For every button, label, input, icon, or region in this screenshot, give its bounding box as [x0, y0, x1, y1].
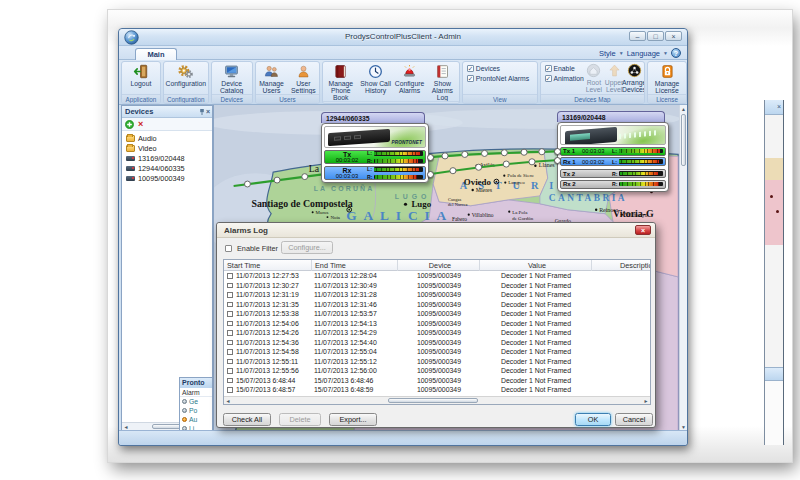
row-checkbox[interactable]: [227, 349, 233, 355]
tree-item-video[interactable]: Video: [126, 143, 212, 153]
row-checkbox[interactable]: [227, 311, 233, 317]
enable-filter-label: Enable Filter: [237, 244, 278, 253]
row-checkbox[interactable]: [227, 330, 233, 336]
language-menu[interactable]: Language: [627, 49, 660, 58]
column-description[interactable]: Description: [592, 260, 650, 271]
configure-button[interactable]: Configure...: [281, 241, 333, 254]
table-row[interactable]: 11/07/2013 12:55:11 11/07/2013 12:55:12 …: [224, 357, 650, 367]
export-button[interactable]: Export...: [329, 413, 377, 426]
table-row[interactable]: 11/07/2013 12:54:58 11/07/2013 12:55:04 …: [224, 347, 650, 357]
row-checkbox[interactable]: [227, 340, 233, 346]
tab-main[interactable]: Main: [135, 48, 177, 60]
map-vertical-scrollbar[interactable]: ▲▼: [679, 105, 687, 431]
row-checkbox[interactable]: [227, 292, 233, 298]
style-menu[interactable]: Style: [599, 49, 616, 58]
cancel-button[interactable]: Cancel: [615, 413, 653, 426]
check-all-button[interactable]: Check All: [223, 413, 271, 426]
table-row[interactable]: 11/07/2013 12:54:06 11/07/2013 12:54:13 …: [224, 319, 650, 329]
row-checkbox[interactable]: [227, 273, 233, 279]
dialog-close-button[interactable]: ×: [635, 225, 651, 235]
table-row[interactable]: 11/07/2013 12:31:19 11/07/2013 12:31:28 …: [224, 290, 650, 300]
user-settings-button[interactable]: User Settings: [287, 63, 319, 94]
alarm-indicator[interactable]: Po: [180, 406, 212, 415]
root-level-button[interactable]: Root Level: [584, 62, 604, 94]
device-panel-header[interactable]: 12944/060335: [321, 112, 425, 123]
prontonet-alarms-checkbox[interactable]: ✓ProntoNet Alarms: [467, 75, 529, 82]
delete-button[interactable]: Delete: [279, 413, 321, 426]
row-checkbox[interactable]: [227, 387, 233, 393]
cell-device: 10095/000349: [398, 300, 480, 310]
arrange-devices-button[interactable]: Arrange Devices: [624, 62, 644, 94]
row-checkbox[interactable]: [227, 359, 233, 365]
table-row[interactable]: 11/07/2013 12:54:36 11/07/2013 12:54:40 …: [224, 338, 650, 348]
row-checkbox[interactable]: [227, 283, 233, 289]
tree-item-device-13169[interactable]: 13169/020448: [126, 153, 212, 163]
table-row[interactable]: 11/07/2013 12:55:56 11/07/2013 12:56:00 …: [224, 366, 650, 376]
prontonet-panel-header[interactable]: Pronto: [180, 378, 212, 388]
scroll-right-icon[interactable]: ►: [642, 397, 650, 404]
scroll-up-icon[interactable]: ▲: [680, 105, 687, 113]
devices-checkbox[interactable]: ✓Devices: [467, 65, 500, 72]
manage-phone-book-button[interactable]: Manage Phone Book: [323, 63, 358, 101]
animation-checkbox[interactable]: ✓Animation: [545, 75, 584, 82]
connection-node[interactable]: [427, 154, 434, 161]
column-start-time[interactable]: Start Time: [224, 260, 312, 271]
column-value[interactable]: Value: [480, 260, 592, 271]
scroll-left-icon[interactable]: ◄: [122, 423, 130, 430]
pin-icon[interactable]: [198, 108, 206, 116]
maximize-button[interactable]: □: [647, 31, 664, 41]
map-label-galicia: GALICIA: [346, 208, 453, 223]
alarm-indicator[interactable]: Au: [180, 415, 212, 424]
show-alarms-log-button[interactable]: Show Alarms Log: [426, 63, 459, 101]
table-row[interactable]: 15/07/2013 6:48:44 15/07/2013 6:48:46 10…: [224, 376, 650, 386]
window-title: ProdysControlPlusClient - Admin: [119, 32, 687, 41]
close-icon[interactable]: ×: [777, 103, 781, 111]
manage-users-button[interactable]: Manage Users: [256, 63, 288, 94]
remove-device-button[interactable]: ×: [138, 120, 143, 129]
tree-item-device-10095[interactable]: 10095/000349: [126, 173, 212, 183]
tree-item-device-12944[interactable]: 12944/060335: [126, 163, 212, 173]
title-bar[interactable]: ProdysControlPlusClient - Admin – □ ×: [119, 29, 687, 46]
table-row[interactable]: 11/07/2013 12:54:26 11/07/2013 12:54:29 …: [224, 328, 650, 338]
add-device-button[interactable]: [125, 120, 134, 129]
dialog-title-bar[interactable]: Alarms Log ×: [217, 223, 655, 238]
tree-item-audio[interactable]: Audio: [126, 133, 212, 143]
table-horizontal-scrollbar[interactable]: ◄ ►: [224, 396, 650, 404]
table-row[interactable]: 15/07/2013 6:48:57 15/07/2013 6:48:59 10…: [224, 385, 650, 395]
scroll-left-icon[interactable]: ◄: [224, 397, 232, 404]
close-icon[interactable]: ×: [206, 108, 210, 116]
table-row[interactable]: 11/07/2013 12:53:38 11/07/2013 12:53:57 …: [224, 309, 650, 319]
row-checkbox[interactable]: [227, 302, 233, 308]
configure-alarms-button[interactable]: Configure Alarms: [393, 63, 426, 94]
minimize-button[interactable]: –: [629, 31, 646, 41]
connection-node[interactable]: [554, 148, 561, 155]
rx2-label: Rx 2: [563, 181, 580, 187]
show-call-history-button[interactable]: Show Call History: [358, 63, 393, 94]
help-icon[interactable]: ?: [671, 48, 681, 58]
row-checkbox[interactable]: [227, 321, 233, 327]
device-panel-13169[interactable]: 13169/020448 Tx 100:03:03L: Rx 100:03:02…: [557, 111, 669, 192]
manage-users-label: Manage Users: [256, 80, 288, 94]
manage-license-button[interactable]: Manage License: [648, 63, 686, 94]
logout-button[interactable]: Logout: [122, 63, 160, 87]
enable-filter-checkbox[interactable]: Enable Filter: [225, 244, 278, 253]
table-row[interactable]: 11/07/2013 12:31:35 11/07/2013 12:31:46 …: [224, 300, 650, 310]
close-button[interactable]: ×: [665, 31, 682, 41]
configuration-button[interactable]: Configuration: [164, 63, 208, 87]
device-catalog-button[interactable]: Device Catalog: [212, 63, 252, 94]
alarm-indicator[interactable]: Ge: [180, 397, 212, 406]
enable-checkbox[interactable]: ✓Enable: [545, 65, 575, 72]
connection-node[interactable]: [554, 157, 561, 164]
device-panel-header[interactable]: 13169/020448: [557, 111, 665, 122]
column-end-time[interactable]: End Time: [312, 260, 398, 271]
ok-button[interactable]: OK: [575, 413, 611, 426]
device-panel-12944[interactable]: 12944/060335 PRONTONET Tx00:03:02 L: R: …: [321, 112, 429, 183]
cell-end-time: 11/07/2013 12:55:04: [314, 347, 398, 357]
table-row[interactable]: 11/07/2013 12:30:27 11/07/2013 12:30:49 …: [224, 281, 650, 291]
column-device[interactable]: Device: [398, 260, 480, 271]
row-checkbox[interactable]: [227, 378, 233, 384]
row-checkbox[interactable]: [227, 368, 233, 374]
upper-level-button[interactable]: Upper Level: [604, 62, 624, 94]
table-row[interactable]: 11/07/2013 12:27:53 11/07/2013 12:28:04 …: [224, 271, 650, 281]
connection-node[interactable]: [427, 171, 434, 178]
